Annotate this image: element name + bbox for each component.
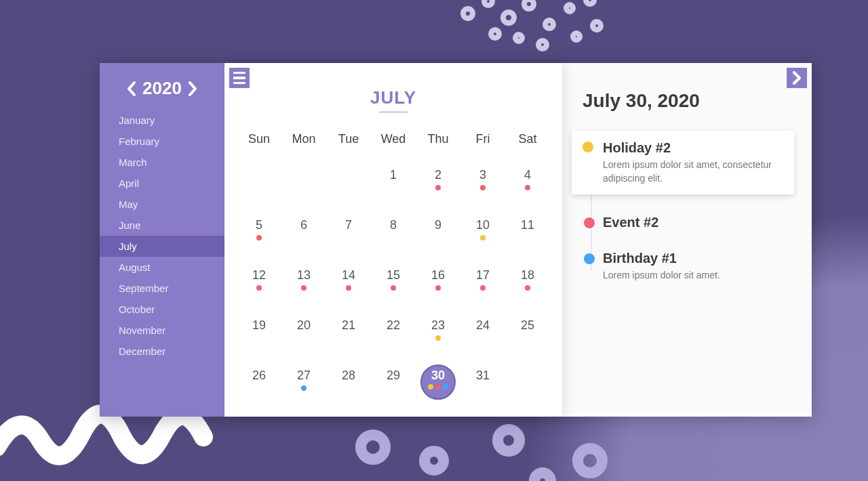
calendar-day-23[interactable]: 23 [416,317,460,347]
day-number: 14 [342,267,355,283]
menu-button[interactable] [229,68,250,88]
calendar-day-21[interactable]: 21 [326,317,371,347]
next-year-button[interactable] [187,81,198,97]
event-dot-icon [443,384,448,390]
event-title: Event #2 [603,215,794,230]
event-item[interactable]: Event #2 [603,215,794,230]
calendar-day-20[interactable]: 20 [281,317,326,347]
day-markers [435,285,441,291]
events-panel: July 30, 2020 Holiday #2Lorem ipsum dolo… [562,63,812,417]
day-markers [435,335,441,341]
calendar-day-12[interactable]: 12 [237,267,281,297]
calendar-day-15[interactable]: 15 [371,267,416,297]
calendar-day-11[interactable]: 11 [505,217,550,247]
calendar-empty-cell [237,167,281,196]
month-title: JULY [224,87,562,117]
calendar-day-9[interactable]: 9 [416,217,460,247]
prev-year-button[interactable] [126,81,137,97]
day-number: 2 [435,167,441,183]
calendar-day-22[interactable]: 22 [371,317,416,347]
day-markers [301,385,307,391]
month-list: JanuaryFebruaryMarchAprilMayJuneJulyAugu… [100,110,224,362]
calendar-day-24[interactable]: 24 [460,317,505,347]
chevron-right-icon [187,81,198,97]
weekday-header: Tue [326,132,371,146]
event-dot-icon [435,335,441,341]
day-number: 31 [476,367,490,383]
day-number: 24 [476,317,490,333]
calendar-day-28[interactable]: 28 [326,367,371,397]
day-number: 10 [476,217,490,233]
event-item[interactable]: Holiday #2Lorem ipsum dolor sit amet, co… [572,131,794,194]
day-number: 6 [300,217,307,233]
day-number: 23 [431,317,445,333]
calendar-day-8[interactable]: 8 [371,217,416,247]
calendar-day-1[interactable]: 1 [371,167,416,196]
month-item-january[interactable]: January [100,110,224,131]
calendar-day-14[interactable]: 14 [326,267,371,297]
event-dot-icon [480,185,486,190]
event-dot-icon [480,285,486,291]
calendar-grid: SunMonTueWedThuFriSat1234567891011121314… [237,132,550,397]
calendar-day-30[interactable]: 30 [416,367,460,397]
month-item-march[interactable]: March [100,152,224,173]
calendar-day-31[interactable]: 31 [460,367,505,397]
day-number: 28 [342,367,355,383]
day-markers [391,285,396,291]
day-number: 17 [476,267,490,283]
month-item-august[interactable]: August [100,257,224,278]
day-markers [435,185,441,190]
event-bullet-icon [584,253,595,264]
day-number: 25 [521,317,534,333]
month-item-june[interactable]: June [100,215,224,236]
event-dot-icon [435,185,441,190]
event-list: Holiday #2Lorem ipsum dolor sit amet, co… [583,131,794,283]
calendar-day-25[interactable]: 25 [505,317,550,347]
chevron-right-icon [792,71,802,85]
calendar-day-17[interactable]: 17 [460,267,505,297]
calendar-day-6[interactable]: 6 [281,217,326,247]
month-item-may[interactable]: May [100,194,224,215]
hamburger-icon-bar [233,77,245,79]
month-item-december[interactable]: December [100,341,224,362]
calendar-day-5[interactable]: 5 [237,217,281,247]
event-title: Holiday #2 [603,140,783,156]
month-item-february[interactable]: February [100,131,224,152]
calendar-day-2[interactable]: 2 [416,167,460,196]
calendar-day-13[interactable]: 13 [281,267,326,297]
calendar-day-10[interactable]: 10 [460,217,505,247]
event-description: Lorem ipsum dolor sit amet, consectetur … [603,159,783,185]
day-number: 11 [521,217,534,233]
day-number: 7 [345,217,352,233]
month-item-october[interactable]: October [100,299,224,320]
hamburger-icon-bar [233,82,245,84]
calendar-day-19[interactable]: 19 [237,317,281,347]
day-number: 19 [252,317,266,333]
calendar-day-3[interactable]: 3 [460,167,505,196]
month-item-november[interactable]: November [100,320,224,341]
day-number: 16 [431,267,445,283]
calendar-day-4[interactable]: 4 [505,167,550,196]
month-item-april[interactable]: April [100,173,224,194]
calendar-day-29[interactable]: 29 [371,367,416,397]
calendar-empty-cell [281,167,326,196]
next-panel-button[interactable] [787,68,807,88]
day-number: 8 [390,217,397,233]
calendar-day-26[interactable]: 26 [237,367,281,397]
calendar-day-16[interactable]: 16 [416,267,460,297]
day-number: 4 [524,167,531,183]
event-dot-icon [301,385,307,391]
weekday-header: Thu [416,132,460,146]
weekday-header: Sun [237,132,281,146]
month-item-july[interactable]: July [100,236,224,257]
calendar-empty-cell [326,167,371,196]
events-date-heading: July 30, 2020 [583,90,794,112]
calendar-day-18[interactable]: 18 [505,267,550,297]
calendar-day-7[interactable]: 7 [326,217,371,247]
day-number: 21 [342,317,355,333]
weekday-header: Mon [281,132,326,146]
calendar-day-27[interactable]: 27 [281,367,326,397]
month-item-september[interactable]: September [100,278,224,299]
event-item[interactable]: Birthday #1Lorem ipsum dolor sit amet. [603,251,794,283]
day-number: 12 [252,267,266,283]
